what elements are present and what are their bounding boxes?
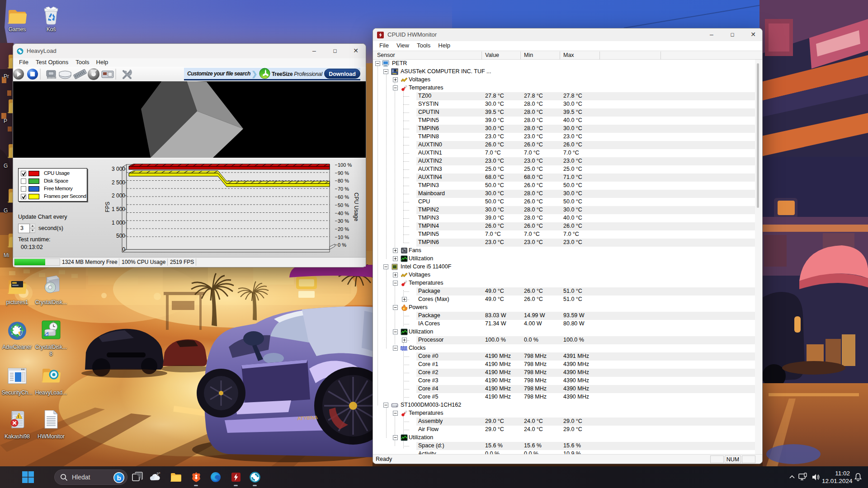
- svg-text:100 %: 100 %: [338, 162, 352, 168]
- svg-text:50 %: 50 %: [338, 202, 349, 208]
- svg-text:CPU Usage: CPU Usage: [353, 192, 359, 221]
- svg-text:3 000: 3 000: [112, 166, 125, 172]
- svg-text:b: b: [117, 474, 121, 482]
- svg-text:60 %: 60 %: [338, 194, 349, 200]
- svg-text:2 500: 2 500: [112, 179, 125, 186]
- svg-text:70 %: 70 %: [338, 186, 349, 192]
- svg-text:90 %: 90 %: [338, 170, 349, 176]
- svg-text:ATY8INA: ATY8INA: [297, 415, 318, 421]
- svg-text:20 %: 20 %: [338, 226, 349, 232]
- svg-text:0: 0: [122, 246, 125, 253]
- svg-text:0 %: 0 %: [338, 242, 346, 248]
- svg-text:500: 500: [116, 233, 125, 239]
- svg-text:40 %: 40 %: [338, 211, 349, 216]
- svg-text:1 000: 1 000: [112, 220, 125, 226]
- svg-text:!: !: [18, 414, 19, 419]
- svg-text:FPS: FPS: [104, 202, 111, 212]
- svg-text:30 %: 30 %: [338, 218, 349, 224]
- svg-text:10 %: 10 %: [338, 235, 349, 240]
- svg-text:80 %: 80 %: [338, 178, 349, 183]
- svg-text:2 000: 2 000: [112, 192, 125, 199]
- svg-text:1 500: 1 500: [112, 206, 125, 212]
